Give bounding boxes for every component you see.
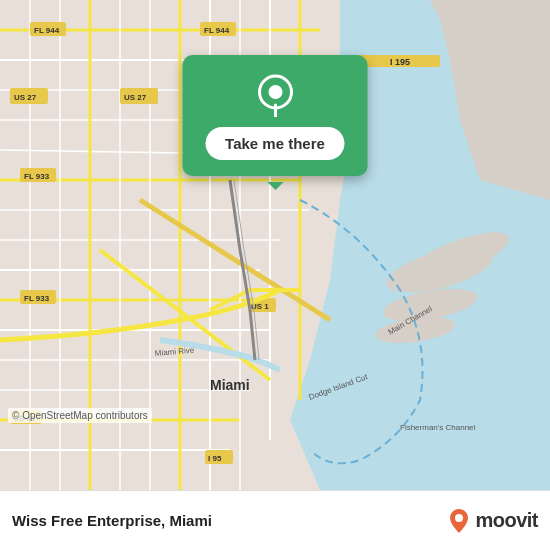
svg-text:Miami: Miami — [210, 377, 250, 393]
bottom-bar: Wiss Free Enterprise, Miami moovit — [0, 490, 550, 550]
business-info: Wiss Free Enterprise, Miami — [12, 512, 447, 530]
popup-card: Take me there — [183, 55, 368, 176]
svg-text:FL 944: FL 944 — [34, 26, 60, 35]
svg-text:FL 933: FL 933 — [24, 172, 50, 181]
moovit-pin-icon — [447, 507, 471, 535]
svg-text:FL 944: FL 944 — [204, 26, 230, 35]
svg-point-62 — [455, 514, 463, 522]
svg-text:I 95: I 95 — [208, 454, 222, 463]
svg-text:Fisherman's Channel: Fisherman's Channel — [400, 423, 476, 432]
take-me-there-button[interactable]: Take me there — [205, 127, 345, 160]
svg-text:FL 933: FL 933 — [24, 294, 50, 303]
svg-point-61 — [268, 85, 282, 99]
business-name: Wiss Free Enterprise, Miami — [12, 512, 212, 529]
svg-text:I 195: I 195 — [390, 57, 410, 67]
svg-text:US 27: US 27 — [14, 93, 37, 102]
svg-text:US 27: US 27 — [124, 93, 147, 102]
moovit-logo: moovit — [447, 507, 538, 535]
moovit-brand-text: moovit — [475, 509, 538, 532]
location-pin-icon — [253, 73, 297, 117]
osm-credit: © OpenStreetMap contributors — [8, 408, 152, 423]
map-container: I 195 I 195 US 27 US 27 FL 944 FL 944 FL… — [0, 0, 550, 490]
